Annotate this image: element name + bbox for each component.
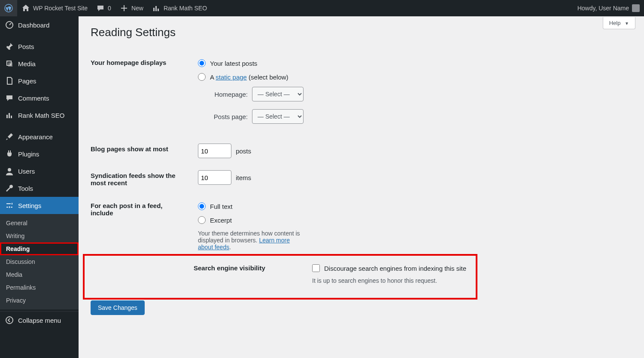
radio-static-page[interactable] [198, 73, 206, 81]
sidebar-item-dashboard[interactable]: Dashboard [0, 16, 79, 34]
search-engine-label: Search engine visibility [194, 257, 308, 290]
sidebar-label-tools: Tools [18, 185, 33, 192]
discourage-search-checkbox[interactable] [312, 264, 320, 272]
homepage-select-label: Homepage: [209, 91, 248, 98]
sub-item-reading[interactable]: Reading [0, 242, 79, 255]
radio-excerpt-label: Excerpt [210, 217, 232, 224]
sub-item-privacy[interactable]: Privacy [0, 294, 79, 307]
sidebar-item-posts[interactable]: Posts [0, 38, 79, 55]
feed-items-unit: items [236, 174, 251, 181]
rankmath-top-link[interactable]: Rank Math SEO [148, 0, 211, 16]
sidebar-item-appearance[interactable]: Appearance [0, 128, 79, 145]
sub-item-writing[interactable]: Writing [0, 229, 79, 242]
sidebar-item-media[interactable]: Media [0, 55, 79, 72]
comment-icon [5, 94, 14, 102]
sidebar-label-media: Media [18, 60, 36, 67]
sidebar-label-users: Users [18, 168, 35, 175]
wrench-icon [5, 184, 14, 193]
help-label: Help [609, 20, 621, 26]
sidebar-item-users[interactable]: Users [0, 162, 79, 180]
sub-item-media[interactable]: Media [0, 268, 79, 281]
comments-link[interactable]: 0 [92, 0, 115, 16]
discourage-search-label: Discourage search engines from indexing … [324, 265, 466, 272]
radio-static-label: A static page (select below) [210, 73, 289, 81]
homepage-displays-label: Your homepage displays [91, 51, 194, 138]
static-page-link[interactable]: static page [216, 73, 247, 81]
collapse-menu[interactable]: Collapse menu [0, 311, 79, 329]
posts-page-select-label: Posts page: [209, 113, 248, 120]
sidebar-label-appearance: Appearance [18, 133, 53, 141]
admin-sidebar: Dashboard Posts Media Pages Comments Ran… [0, 16, 79, 342]
svg-point-4 [6, 317, 13, 324]
plug-icon [5, 150, 14, 158]
sub-item-general[interactable]: General [0, 217, 79, 229]
comments-count: 0 [108, 5, 111, 12]
radio-excerpt[interactable] [198, 216, 206, 224]
brush-icon [5, 132, 14, 141]
caret-down-icon: ▼ [625, 21, 629, 26]
sidebar-item-pages[interactable]: Pages [0, 72, 79, 89]
sub-item-discussion[interactable]: Discussion [0, 255, 79, 268]
sidebar-item-tools[interactable]: Tools [0, 180, 79, 197]
page-title: Reading Settings [91, 26, 632, 39]
admin-bar: WP Rocket Test Site 0 New Rank Math SEO … [0, 0, 644, 16]
pin-icon [5, 42, 14, 51]
collapse-label: Collapse menu [18, 317, 61, 324]
sliders-icon [5, 201, 14, 210]
posts-page-select[interactable]: — Select — [252, 109, 304, 124]
sidebar-item-rankmath[interactable]: Rank Math SEO [0, 107, 79, 124]
radio-full-text-label: Full text [210, 203, 233, 210]
page-icon [5, 76, 14, 85]
help-tab[interactable]: Help ▼ [603, 17, 635, 29]
new-label: New [131, 5, 143, 12]
bar-chart-icon [152, 4, 161, 12]
site-name-text: WP Rocket Test Site [33, 5, 88, 12]
user-icon [5, 167, 14, 175]
radio-full-text[interactable] [198, 202, 206, 210]
homepage-select[interactable]: — Select — [252, 87, 304, 101]
account-link[interactable]: Howdy, User Name [573, 0, 644, 16]
wp-logo[interactable] [0, 0, 17, 16]
sidebar-label-settings: Settings [18, 202, 41, 209]
search-engine-desc: It is up to search engines to honor this… [312, 277, 628, 284]
sidebar-label-dashboard: Dashboard [18, 21, 49, 29]
save-button[interactable]: Save Changes [91, 300, 145, 315]
feed-description: Your theme determines how content is dis… [198, 230, 304, 251]
sidebar-label-plugins: Plugins [18, 150, 39, 158]
posts-per-page-unit: posts [236, 147, 251, 155]
posts-per-page-input[interactable] [198, 144, 231, 158]
plus-icon [120, 4, 128, 12]
home-icon [21, 4, 30, 12]
wordpress-icon [4, 4, 13, 12]
dashboard-icon [5, 21, 14, 29]
sidebar-item-settings[interactable]: Settings [0, 197, 79, 214]
blog-pages-label: Blog pages show at most [91, 138, 194, 164]
new-content-link[interactable]: New [115, 0, 148, 16]
radio-latest-label: Your latest posts [210, 60, 257, 67]
feed-include-label: For each post in a feed, include [91, 194, 194, 257]
sidebar-item-comments[interactable]: Comments [0, 89, 79, 107]
avatar [632, 4, 640, 12]
sidebar-item-plugins[interactable]: Plugins [0, 145, 79, 162]
sub-item-permalinks[interactable]: Permalinks [0, 281, 79, 294]
content-area: Help ▼ Reading Settings Your homepage di… [79, 0, 644, 342]
sidebar-label-pages: Pages [18, 77, 36, 85]
feed-items-input[interactable] [198, 170, 231, 185]
comment-icon [96, 4, 105, 12]
svg-point-2 [10, 64, 12, 65]
sidebar-label-comments: Comments [18, 95, 49, 102]
feeds-label: Syndication feeds show the most recent [91, 164, 194, 194]
sidebar-label-rankmath: Rank Math SEO [18, 112, 64, 119]
media-icon [5, 59, 14, 68]
site-name-link[interactable]: WP Rocket Test Site [17, 0, 92, 16]
collapse-icon [5, 316, 14, 324]
settings-submenu: General Writing Reading Discussion Media… [0, 214, 79, 309]
howdy-text: Howdy, User Name [577, 5, 629, 12]
sidebar-label-posts: Posts [18, 43, 34, 50]
svg-point-3 [8, 168, 11, 171]
bar-chart-icon [5, 111, 14, 119]
radio-latest-posts[interactable] [198, 59, 206, 67]
rankmath-top-label: Rank Math SEO [164, 5, 207, 12]
